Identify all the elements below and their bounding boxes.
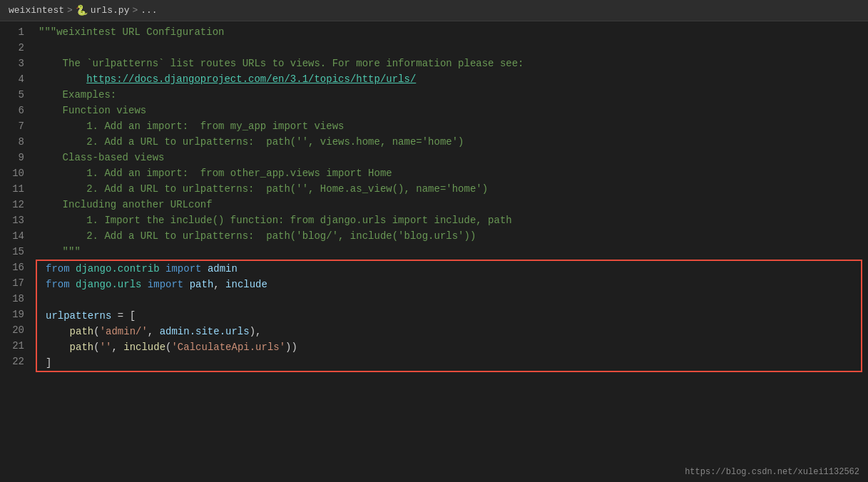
code-line-3: 3 The `urlpatterns` list routes URLs to … xyxy=(0,56,868,71)
line-content-13: 1. Import the include() function: from d… xyxy=(36,212,868,228)
line-content-14: 2. Add a URL to urlpatterns: path('blog/… xyxy=(36,228,868,244)
code-line-13: 13 1. Import the include() function: fro… xyxy=(0,212,868,228)
line-content-15: """ xyxy=(36,244,868,260)
hl-content-21: path('', include('CalculateApi.urls')) xyxy=(43,339,858,355)
code-line-8: 8 2. Add a URL to urlpatterns: path('', … xyxy=(0,134,868,150)
line-num-2: 2 xyxy=(0,40,36,56)
code-line-9: 9 Class-based views xyxy=(0,150,868,165)
hl-num-21: 21 xyxy=(0,338,36,354)
code-container[interactable]: 1 """weixintest URL Configuration 2 3 Th… xyxy=(0,21,868,375)
hl-num-22: 22 xyxy=(0,354,36,369)
title-bar: weixintest > 🐍 urls.py > ... xyxy=(0,0,868,21)
hl-content-20: path('admin/', admin.site.urls), xyxy=(43,324,858,339)
breadcrumb-extra: ... xyxy=(141,5,157,16)
hl-num-19: 19 xyxy=(0,307,36,322)
line-content-5: Examples: xyxy=(36,87,868,103)
code-line-10: 10 1. Add an import: from other_app.view… xyxy=(0,165,868,181)
line-num-14: 14 xyxy=(0,228,36,244)
line-content-9: Class-based views xyxy=(36,150,868,165)
line-num-10: 10 xyxy=(0,165,36,181)
hl-content-16: from django.contrib import admin xyxy=(43,261,858,277)
code-line-15: 15 """ xyxy=(0,244,868,260)
code-line-11: 11 2. Add a URL to urlpatterns: path('',… xyxy=(0,181,868,197)
hl-content-22: ] xyxy=(43,355,858,371)
line-num-5: 5 xyxy=(0,87,36,103)
code-line-12: 12 Including another URLconf xyxy=(0,197,868,212)
line-num-15: 15 xyxy=(0,244,36,260)
hl-content-17: from django.urls import path, include xyxy=(43,277,858,292)
line-content-2 xyxy=(36,40,868,56)
highlighted-line-numbers: 16 17 18 19 20 21 22 xyxy=(0,260,36,372)
line-content-1: """weixintest URL Configuration xyxy=(36,24,868,40)
code-line-4: 4 https://docs.djangoproject.com/en/3.1/… xyxy=(0,71,868,87)
breadcrumb-file: urls.py xyxy=(91,5,130,16)
line-content-8: 2. Add a URL to urlpatterns: path('', vi… xyxy=(36,134,868,150)
hl-num-18: 18 xyxy=(0,291,36,307)
breadcrumb-sep-2: > xyxy=(132,5,138,16)
watermark: https://blog.csdn.net/xulei1132562 xyxy=(676,465,868,479)
code-line-14: 14 2. Add a URL to urlpatterns: path('bl… xyxy=(0,228,868,244)
breadcrumb-folder: weixintest xyxy=(9,5,64,16)
hl-line-16: from django.contrib import admin xyxy=(40,261,858,277)
url-link: https://docs.djangoproject.com/en/3.1/to… xyxy=(86,73,416,85)
line-num-13: 13 xyxy=(0,212,36,228)
hl-line-19: urlpatterns = [ xyxy=(40,308,858,324)
code-line-5: 5 Examples: xyxy=(0,87,868,103)
line-content-10: 1. Add an import: from other_app.views i… xyxy=(36,165,868,181)
line-content-12: Including another URLconf xyxy=(36,197,868,212)
file-icon: 🐍 xyxy=(76,4,88,16)
line-content-11: 2. Add a URL to urlpatterns: path('', Ho… xyxy=(36,181,868,197)
hl-content-18 xyxy=(43,292,858,308)
hl-content-19: urlpatterns = [ xyxy=(43,308,858,324)
highlighted-section: from django.contrib import admin from dj… xyxy=(36,260,862,372)
line-content-4: https://docs.djangoproject.com/en/3.1/to… xyxy=(36,71,868,87)
code-line-1: 1 """weixintest URL Configuration xyxy=(0,24,868,40)
breadcrumb: weixintest > 🐍 urls.py > ... xyxy=(9,4,158,16)
hl-line-21: path('', include('CalculateApi.urls')) xyxy=(40,339,858,355)
line-content-6: Function views xyxy=(36,103,868,118)
hl-line-20: path('admin/', admin.site.urls), xyxy=(40,324,858,339)
hl-line-17: from django.urls import path, include xyxy=(40,277,858,292)
line-num-12: 12 xyxy=(0,197,36,212)
code-line-2: 2 xyxy=(0,40,868,56)
hl-num-20: 20 xyxy=(0,322,36,338)
line-num-9: 9 xyxy=(0,150,36,165)
hl-num-17: 17 xyxy=(0,275,36,291)
line-num-7: 7 xyxy=(0,118,36,134)
line-num-8: 8 xyxy=(0,134,36,150)
hl-line-18 xyxy=(40,292,858,308)
hl-line-22: ] xyxy=(40,355,858,371)
editor-area: 1 """weixintest URL Configuration 2 3 Th… xyxy=(0,21,868,479)
line-content-7: 1. Add an import: from my_app import vie… xyxy=(36,118,868,134)
line-num-3: 3 xyxy=(0,56,36,71)
hl-num-16: 16 xyxy=(0,260,36,275)
code-line-7: 7 1. Add an import: from my_app import v… xyxy=(0,118,868,134)
line-content-3: The `urlpatterns` list routes URLs to vi… xyxy=(36,56,868,71)
line-num-6: 6 xyxy=(0,103,36,118)
highlighted-block-wrapper: 16 17 18 19 20 21 22 from django.contrib… xyxy=(0,260,868,372)
line-num-1: 1 xyxy=(0,24,36,40)
breadcrumb-sep-1: > xyxy=(67,5,73,16)
code-line-6: 6 Function views xyxy=(0,103,868,118)
line-num-4: 4 xyxy=(0,71,36,87)
line-num-11: 11 xyxy=(0,181,36,197)
